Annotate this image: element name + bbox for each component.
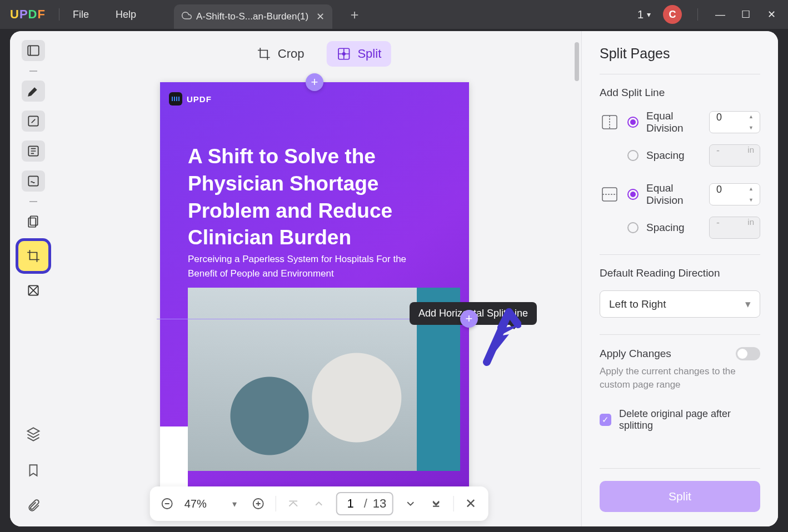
cursor-annotation — [482, 305, 521, 369]
zoom-out-button[interactable] — [159, 495, 176, 512]
apply-changes-label: Apply Changes — [600, 348, 671, 360]
app-logo: UPDF — [10, 7, 46, 22]
vertical-scrollbar[interactable] — [575, 42, 579, 471]
titlebar: UPDF File Help A-Shift-to-S...an-Burden(… — [0, 0, 788, 29]
sidebar-edit-icon[interactable] — [22, 111, 45, 132]
page-heading: A Shift to Solve the Physician Shortage … — [188, 143, 436, 252]
first-page-button[interactable] — [285, 495, 302, 512]
reading-direction-select[interactable]: Left to Right ▾ — [600, 290, 760, 318]
sidebar-crop-split-icon[interactable] — [18, 241, 48, 271]
menu-help[interactable]: Help — [116, 9, 136, 21]
sidebar-reader-icon[interactable] — [22, 40, 45, 61]
new-tab-button[interactable]: ＋ — [348, 6, 361, 23]
add-horizontal-split-button[interactable]: + — [460, 310, 478, 328]
menu-file[interactable]: File — [73, 9, 89, 21]
zoom-value[interactable]: 47% — [184, 498, 223, 510]
horizontal-spacing-radio[interactable] — [627, 222, 639, 233]
vertical-spacing-label: Spacing — [646, 149, 701, 162]
document-tab-title: A-Shift-to-S...an-Burden(1) — [196, 11, 308, 22]
chevron-down-icon: ▾ — [745, 298, 751, 310]
layers-icon[interactable] — [26, 426, 41, 444]
vertical-division-input[interactable]: 0 ▲▼ — [709, 111, 760, 133]
vertical-spacing-input: - in — [709, 144, 760, 167]
zoom-dropdown-icon[interactable]: ▾ — [232, 499, 237, 509]
horizontal-division-input[interactable]: 0 ▲▼ — [709, 183, 760, 205]
workspace: Crop Split UPDF A Shift to Solve the Phy… — [10, 31, 778, 526]
page-number-input[interactable]: / 13 — [336, 492, 393, 515]
split-pages-panel: Split Pages Add Split Line Equal Divisio… — [581, 31, 778, 526]
page-preview[interactable]: UPDF A Shift to Solve the Physician Shor… — [160, 82, 469, 499]
delete-original-checkbox[interactable]: ✓ — [600, 414, 611, 426]
svg-rect-3 — [28, 176, 38, 185]
page-brand: UPDF — [187, 94, 212, 104]
bookmark-icon[interactable] — [26, 463, 41, 480]
next-page-button[interactable] — [402, 495, 418, 512]
canvas-area: Crop Split UPDF A Shift to Solve the Phy… — [57, 31, 581, 526]
vertical-equal-division-label: Equal Division — [646, 110, 701, 134]
current-page-field[interactable] — [343, 496, 358, 511]
panel-title: Split Pages — [600, 46, 760, 62]
split-button[interactable]: Split — [600, 481, 760, 512]
cloud-icon — [182, 11, 192, 23]
sidebar-sign-icon[interactable] — [22, 170, 45, 192]
horizontal-equal-division-label: Equal Division — [646, 182, 701, 207]
prev-page-button[interactable] — [311, 495, 327, 512]
split-tool-button[interactable]: Split — [326, 41, 391, 67]
left-sidebar — [10, 31, 57, 526]
total-pages: 13 — [373, 496, 386, 511]
sidebar-redact-icon[interactable] — [22, 280, 45, 301]
last-page-button[interactable] — [427, 495, 444, 512]
user-avatar[interactable]: C — [663, 5, 682, 24]
apply-changes-toggle[interactable] — [736, 347, 760, 360]
sidebar-highlight-icon[interactable] — [22, 81, 45, 102]
horizontal-spacing-input: - in — [709, 217, 760, 239]
crop-tool-button[interactable]: Crop — [247, 41, 315, 67]
vertical-split-icon — [600, 113, 620, 132]
delete-original-label: Delete original page after splitting — [619, 408, 760, 431]
reading-direction-label: Default Reading Direction — [600, 267, 760, 279]
chevron-down-icon: ▾ — [647, 10, 651, 19]
vertical-spacing-radio[interactable] — [627, 150, 639, 161]
maximize-button[interactable]: ☐ — [739, 8, 752, 21]
add-vertical-split-button[interactable]: + — [306, 73, 323, 91]
add-split-line-label: Add Split Line — [600, 87, 760, 99]
horizontal-split-icon — [600, 185, 620, 204]
document-tab[interactable]: A-Shift-to-S...an-Burden(1) ✕ — [174, 4, 332, 29]
close-toolbar-button[interactable]: ✕ — [462, 495, 479, 512]
page-subheading: Perceiving a Paperless System for Hospit… — [188, 252, 425, 280]
sidebar-form-icon[interactable] — [22, 140, 45, 162]
window-count[interactable]: 1 ▾ — [637, 8, 651, 21]
apply-changes-help: Apply the current changes to the custom … — [600, 365, 760, 392]
close-tab-icon[interactable]: ✕ — [316, 11, 325, 23]
close-window-button[interactable]: ✕ — [765, 8, 778, 21]
zoom-in-button[interactable] — [250, 495, 267, 512]
bottom-toolbar: 47% ▾ / 13 ✕ — [150, 486, 488, 521]
sidebar-pages-icon[interactable] — [22, 211, 45, 232]
minimize-button[interactable]: — — [714, 9, 727, 21]
svg-rect-0 — [28, 46, 39, 55]
horizontal-equal-division-radio[interactable] — [627, 189, 639, 200]
horizontal-spacing-label: Spacing — [646, 222, 701, 234]
vertical-equal-division-radio[interactable] — [627, 117, 639, 128]
attachment-icon[interactable] — [26, 499, 41, 515]
